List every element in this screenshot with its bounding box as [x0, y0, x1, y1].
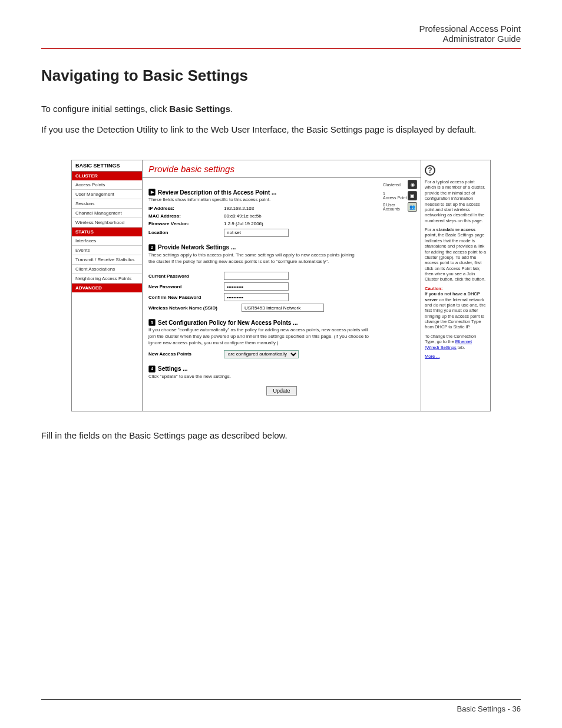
- confirm-pw-label: Confirm New Password: [148, 295, 219, 300]
- footer-divider: [41, 699, 521, 700]
- sidebar-item-channel-management[interactable]: Channel Management: [72, 209, 142, 218]
- ssid-label: Wireless Network Name (SSID): [148, 305, 237, 311]
- sidebar-item-neighboring-aps[interactable]: Neighboring Access Points: [72, 274, 142, 284]
- fw-value: 1.2.9 (Jul 19 2006): [224, 221, 263, 226]
- ssid-input[interactable]: [242, 304, 324, 312]
- badge-access-point[interactable]: 1Access Point ▣: [383, 191, 417, 200]
- sidebar-section-cluster: CLUSTER: [72, 172, 142, 180]
- sidebar-item-sessions[interactable]: Sessions: [72, 199, 142, 209]
- sidebar-section-advanced: ADVANCED: [72, 284, 142, 292]
- location-label: Location: [148, 230, 219, 235]
- help-caution: Caution: If you do not have a DHCP serve…: [425, 286, 487, 330]
- sidebar-title[interactable]: BASIC SETTINGS: [72, 160, 142, 172]
- cluster-icon: ◉: [408, 180, 417, 189]
- location-input[interactable]: [224, 229, 289, 237]
- step-4-icon: 4: [148, 365, 156, 373]
- center-panel: Provide basic settings Clustered ◉ 1Acce…: [143, 160, 421, 411]
- section-3-sub: If you choose "configure automatically" …: [148, 327, 372, 346]
- confirm-password-input[interactable]: [224, 293, 289, 301]
- ip-value: 192.168.2.103: [224, 206, 254, 211]
- sidebar-item-client-associations[interactable]: Client Associations: [72, 265, 142, 274]
- page-title: Navigating to Basic Settings: [41, 67, 521, 85]
- new-access-points-select[interactable]: are configured automatically: [224, 350, 299, 358]
- intro-paragraph-1: To configure initial settings, click Bas…: [41, 103, 521, 116]
- users-icon: 👥: [408, 202, 417, 212]
- page-footer: Basic Settings - 36: [457, 704, 521, 713]
- device-icon: ▣: [408, 191, 417, 200]
- center-title: Provide basic settings: [143, 160, 421, 178]
- section-4-heading: 4 Settings ...: [148, 365, 415, 373]
- status-badges: Clustered ◉ 1Access Point ▣ 0 UserAccoun…: [383, 178, 417, 213]
- embedded-screenshot: BASIC SETTINGS CLUSTER Access Points Use…: [71, 160, 491, 411]
- sidebar-item-access-points[interactable]: Access Points: [72, 180, 142, 190]
- update-button[interactable]: Update: [266, 386, 296, 396]
- nap-label: New Access Points: [148, 351, 219, 357]
- sidebar-item-user-management[interactable]: User Management: [72, 190, 142, 199]
- more-link[interactable]: More ...: [425, 354, 439, 359]
- section-3-heading: 3 Set Configuration Policy for New Acces…: [148, 319, 415, 326]
- doc-header-line1: Professional Access Point: [419, 24, 521, 34]
- help-p1: For a typical access point which is a me…: [425, 179, 487, 223]
- doc-header-line2: Administrator Guide: [442, 34, 521, 44]
- section-1-sub: These fields show information specific t…: [148, 197, 415, 203]
- sidebar-item-interfaces[interactable]: Interfaces: [72, 236, 142, 246]
- sidebar-section-status: STATUS: [72, 228, 142, 236]
- doc-header: Professional Access Point Administrator …: [41, 24, 521, 49]
- sidebar-item-wireless-neighborhood[interactable]: Wireless Neighborhood: [72, 218, 142, 228]
- help-panel: ? For a typical access point which is a …: [421, 160, 490, 411]
- outro-paragraph: Fill in the fields on the Basic Settings…: [41, 429, 521, 443]
- section-2-sub: These settings apply to this access poin…: [148, 252, 361, 265]
- step-2-icon: 2: [148, 244, 156, 251]
- help-p2: For a standalone access point, the Basic…: [425, 227, 487, 282]
- mac-label: MAC Address:: [148, 213, 219, 219]
- badge-clustered[interactable]: Clustered ◉: [383, 180, 417, 189]
- intro-paragraph-2: If you use the Detection Utility to link…: [41, 123, 521, 137]
- badge-user-accounts[interactable]: 0 UserAccounts 👥: [383, 202, 417, 212]
- new-password-input[interactable]: [224, 282, 289, 291]
- sidebar-item-tx-rx-stats[interactable]: Transmit / Receive Statistics: [72, 255, 142, 265]
- fw-label: Firmware Version:: [148, 221, 219, 226]
- section-1-heading: ▶ Review Description of this Access Poin…: [148, 189, 415, 196]
- section-2-heading: 2 Provide Network Settings ...: [148, 244, 415, 251]
- help-p4: To change the Connection Type, go to the…: [425, 334, 487, 350]
- ip-label: IP Address:: [148, 206, 219, 211]
- current-password-input[interactable]: [224, 272, 289, 280]
- help-icon[interactable]: ?: [425, 165, 435, 176]
- cur-pw-label: Current Password: [148, 274, 219, 279]
- new-pw-label: New Password: [148, 284, 219, 289]
- mac-value: 00:c0:49:1c:be:5b: [224, 213, 262, 219]
- sidebar-item-events[interactable]: Events: [72, 246, 142, 255]
- sidebar: BASIC SETTINGS CLUSTER Access Points Use…: [72, 160, 143, 411]
- section-4-sub: Click "update" to save the new settings.: [148, 374, 415, 380]
- step-1-icon: ▶: [148, 189, 156, 196]
- step-3-icon: 3: [148, 319, 156, 326]
